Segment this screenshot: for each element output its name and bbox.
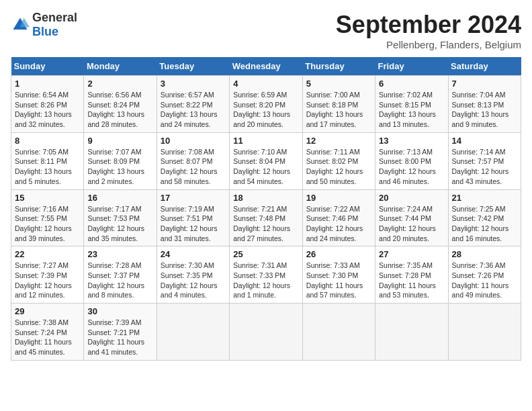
logo-general: General — [32, 11, 77, 24]
table-row: 1Sunrise: 6:54 AMSunset: 8:26 PMDaylight… — [11, 76, 84, 133]
header-saturday: Saturday — [448, 57, 521, 76]
table-row: 2Sunrise: 6:56 AMSunset: 8:24 PMDaylight… — [84, 76, 157, 133]
title-section: September 2024 Pellenberg, Flanders, Bel… — [336, 11, 521, 50]
table-row: 25Sunrise: 7:31 AMSunset: 7:33 PMDayligh… — [230, 246, 302, 304]
week-row-4: 22Sunrise: 7:27 AMSunset: 7:39 PMDayligh… — [11, 246, 521, 304]
page-header: General Blue September 2024 Pellenberg, … — [11, 11, 521, 50]
logo-text: General Blue — [32, 11, 77, 39]
table-row: 6Sunrise: 7:02 AMSunset: 8:15 PMDaylight… — [375, 76, 448, 133]
table-row: 10Sunrise: 7:08 AMSunset: 8:07 PMDayligh… — [157, 132, 229, 189]
table-row: 18Sunrise: 7:21 AMSunset: 7:48 PMDayligh… — [230, 189, 302, 246]
table-row: 26Sunrise: 7:33 AMSunset: 7:30 PMDayligh… — [302, 246, 375, 304]
table-row: 28Sunrise: 7:36 AMSunset: 7:26 PMDayligh… — [448, 246, 521, 304]
table-row — [157, 304, 229, 361]
table-row: 16Sunrise: 7:17 AMSunset: 7:53 PMDayligh… — [84, 189, 157, 246]
week-row-5: 29Sunrise: 7:38 AMSunset: 7:24 PMDayligh… — [11, 304, 521, 361]
week-row-3: 15Sunrise: 7:16 AMSunset: 7:55 PMDayligh… — [11, 189, 521, 246]
header-sunday: Sunday — [11, 57, 84, 76]
table-row: 19Sunrise: 7:22 AMSunset: 7:46 PMDayligh… — [302, 189, 375, 246]
table-row: 12Sunrise: 7:11 AMSunset: 8:02 PMDayligh… — [302, 132, 375, 189]
header-monday: Monday — [84, 57, 157, 76]
table-row: 17Sunrise: 7:19 AMSunset: 7:51 PMDayligh… — [157, 189, 229, 246]
table-row: 27Sunrise: 7:35 AMSunset: 7:28 PMDayligh… — [375, 246, 448, 304]
week-row-1: 1Sunrise: 6:54 AMSunset: 8:26 PMDaylight… — [11, 76, 521, 133]
table-row: 21Sunrise: 7:25 AMSunset: 7:42 PMDayligh… — [448, 189, 521, 246]
table-row: 3Sunrise: 6:57 AMSunset: 8:22 PMDaylight… — [157, 76, 229, 133]
calendar-table: SundayMondayTuesdayWednesdayThursdayFrid… — [11, 57, 521, 361]
table-row: 20Sunrise: 7:24 AMSunset: 7:44 PMDayligh… — [375, 189, 448, 246]
table-row: 30Sunrise: 7:39 AMSunset: 7:21 PMDayligh… — [84, 304, 157, 361]
table-row — [302, 304, 375, 361]
header-friday: Friday — [375, 57, 448, 76]
table-row: 24Sunrise: 7:30 AMSunset: 7:35 PMDayligh… — [157, 246, 229, 304]
table-row — [448, 304, 521, 361]
table-row: 22Sunrise: 7:27 AMSunset: 7:39 PMDayligh… — [11, 246, 84, 304]
week-row-2: 8Sunrise: 7:05 AMSunset: 8:11 PMDaylight… — [11, 132, 521, 189]
calendar-header-row: SundayMondayTuesdayWednesdayThursdayFrid… — [11, 57, 521, 76]
table-row: 7Sunrise: 7:04 AMSunset: 8:13 PMDaylight… — [448, 76, 521, 133]
location: Pellenberg, Flanders, Belgium — [336, 39, 521, 50]
header-wednesday: Wednesday — [230, 57, 302, 76]
table-row: 5Sunrise: 7:00 AMSunset: 8:18 PMDaylight… — [302, 76, 375, 133]
header-thursday: Thursday — [302, 57, 375, 76]
table-row: 14Sunrise: 7:14 AMSunset: 7:57 PMDayligh… — [448, 132, 521, 189]
table-row — [375, 304, 448, 361]
table-row: 8Sunrise: 7:05 AMSunset: 8:11 PMDaylight… — [11, 132, 84, 189]
table-row: 23Sunrise: 7:28 AMSunset: 7:37 PMDayligh… — [84, 246, 157, 304]
table-row: 15Sunrise: 7:16 AMSunset: 7:55 PMDayligh… — [11, 189, 84, 246]
table-row: 11Sunrise: 7:10 AMSunset: 8:04 PMDayligh… — [230, 132, 302, 189]
table-row: 13Sunrise: 7:13 AMSunset: 8:00 PMDayligh… — [375, 132, 448, 189]
logo-icon — [11, 15, 30, 34]
header-tuesday: Tuesday — [157, 57, 229, 76]
table-row: 9Sunrise: 7:07 AMSunset: 8:09 PMDaylight… — [84, 132, 157, 189]
month-title: September 2024 — [336, 11, 521, 39]
logo-blue: Blue — [32, 25, 58, 38]
table-row: 4Sunrise: 6:59 AMSunset: 8:20 PMDaylight… — [230, 76, 302, 133]
table-row: 29Sunrise: 7:38 AMSunset: 7:24 PMDayligh… — [11, 304, 84, 361]
table-row — [230, 304, 302, 361]
logo: General Blue — [11, 11, 77, 39]
